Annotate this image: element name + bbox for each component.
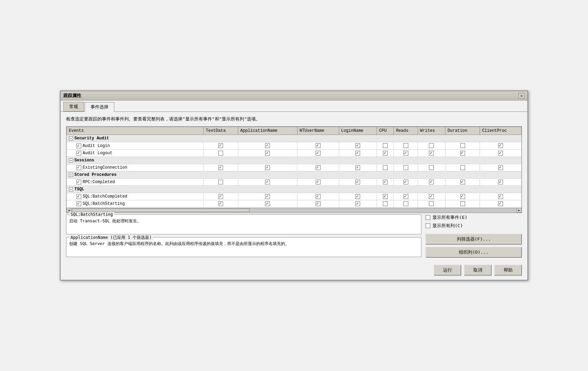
show-all-events-option[interactable]: 显示所有事件(E)	[426, 214, 522, 221]
col-checkbox[interactable]	[355, 194, 360, 199]
col-checkbox[interactable]	[383, 194, 388, 199]
col-checkbox[interactable]	[316, 151, 321, 156]
row-checkbox[interactable]	[76, 151, 81, 156]
col-events: Events	[67, 127, 204, 135]
col-checkbox[interactable]	[498, 180, 503, 184]
col-cell-applicationname	[238, 193, 297, 200]
col-checkbox[interactable]	[403, 201, 408, 206]
col-checkbox[interactable]	[403, 194, 408, 199]
col-checkbox[interactable]	[316, 165, 321, 170]
col-checkbox[interactable]	[218, 201, 223, 206]
col-checkbox[interactable]	[218, 151, 223, 156]
col-checkbox[interactable]	[383, 143, 388, 148]
col-checkbox[interactable]	[355, 201, 360, 206]
col-checkbox[interactable]	[355, 165, 360, 170]
col-checkbox[interactable]	[265, 201, 270, 206]
col-checkbox[interactable]	[265, 165, 270, 170]
col-checkbox[interactable]	[460, 201, 465, 206]
col-checkbox[interactable]	[429, 143, 434, 148]
col-cell-clientproc	[480, 193, 522, 200]
col-checkbox[interactable]	[403, 143, 408, 148]
col-checkbox[interactable]	[383, 165, 388, 170]
collapse-btn[interactable]: -	[69, 158, 73, 162]
col-checkbox[interactable]	[383, 201, 388, 206]
col-cell-cpu	[377, 179, 394, 186]
col-checkbox[interactable]	[460, 143, 465, 148]
col-checkbox[interactable]	[498, 201, 503, 206]
show-all-columns-option[interactable]: 显示所有列(C)	[426, 223, 522, 229]
col-checkbox[interactable]	[218, 194, 223, 199]
col-checkbox[interactable]	[429, 194, 434, 199]
run-button[interactable]: 运行	[434, 265, 461, 276]
col-checkbox[interactable]	[498, 165, 503, 170]
group-name: Stored Procedures	[74, 172, 116, 177]
col-checkbox[interactable]	[383, 151, 388, 156]
col-checkbox[interactable]	[429, 201, 434, 206]
help-button[interactable]: 帮助	[494, 265, 522, 276]
col-cell-clientproc	[480, 142, 522, 149]
col-checkbox[interactable]	[460, 194, 465, 199]
col-checkbox[interactable]	[265, 151, 270, 156]
col-cell-reads	[394, 193, 418, 200]
collapse-btn[interactable]: -	[69, 173, 73, 177]
show-all-columns-checkbox[interactable]	[426, 223, 430, 228]
col-checkbox[interactable]	[383, 180, 388, 184]
tab-events[interactable]: 事件选择	[85, 102, 114, 112]
col-checkbox[interactable]	[403, 165, 408, 170]
row-checkbox[interactable]	[76, 201, 81, 206]
col-checkbox[interactable]	[316, 180, 321, 184]
bottom-section: SQL:BatchStarting 启动 Transact-SQL 批处理时发生…	[66, 214, 522, 258]
col-cell-reads	[394, 200, 418, 208]
col-checkbox[interactable]	[429, 151, 434, 156]
col-checkbox[interactable]	[218, 180, 223, 184]
col-checkbox[interactable]	[218, 143, 223, 148]
filter-buttons: 列筛选器(F)... 组织列(O)...	[426, 234, 522, 258]
col-checkbox[interactable]	[265, 194, 270, 199]
scroll-right-btn[interactable]: ►	[517, 208, 522, 213]
horizontal-scrollbar[interactable]: ◄ ►	[66, 208, 522, 213]
col-checkbox[interactable]	[316, 143, 321, 148]
col-checkbox[interactable]	[265, 143, 270, 148]
col-cell-writes	[418, 193, 445, 200]
col-checkbox[interactable]	[498, 194, 503, 199]
col-checkbox[interactable]	[403, 151, 408, 156]
footer: 运行 取消 帮助	[61, 262, 527, 280]
scroll-track[interactable]	[72, 209, 516, 212]
col-reads: Reads	[394, 127, 418, 135]
col-checkbox[interactable]	[355, 151, 360, 156]
col-checkbox[interactable]	[429, 180, 434, 184]
col-cell-loginname	[339, 149, 377, 157]
col-checkbox[interactable]	[265, 180, 270, 184]
scroll-thumb[interactable]	[72, 209, 250, 212]
collapse-btn[interactable]: -	[69, 187, 73, 191]
col-cell-ntusername	[297, 200, 339, 208]
col-checkbox[interactable]	[355, 180, 360, 184]
row-checkbox[interactable]	[76, 194, 81, 199]
row-checkbox[interactable]	[76, 180, 81, 184]
row-checkbox[interactable]	[76, 144, 81, 148]
col-checkbox[interactable]	[316, 194, 321, 199]
col-cell-writes	[418, 164, 445, 171]
show-all-events-checkbox[interactable]	[426, 215, 430, 220]
col-checkbox[interactable]	[460, 180, 465, 184]
col-checkbox[interactable]	[498, 151, 503, 156]
col-cell-ntusername	[297, 142, 339, 149]
col-checkbox[interactable]	[403, 180, 408, 184]
col-checkbox[interactable]	[355, 143, 360, 148]
col-checkbox[interactable]	[460, 165, 465, 170]
cancel-button[interactable]: 取消	[464, 265, 492, 276]
row-checkbox[interactable]	[76, 165, 81, 170]
table-row: ExistingConnection	[67, 164, 522, 171]
close-button[interactable]: ✕	[518, 93, 525, 98]
organize-columns-button[interactable]: 组织列(O)...	[426, 247, 522, 258]
col-checkbox[interactable]	[218, 165, 223, 170]
collapse-btn[interactable]: -	[69, 136, 73, 140]
column-filter-button[interactable]: 列筛选器(F)...	[426, 234, 522, 245]
table-scroll-area[interactable]: Events TextData ApplicationName NTUserNa…	[66, 127, 522, 208]
col-checkbox[interactable]	[316, 201, 321, 206]
col-checkbox[interactable]	[429, 165, 434, 170]
col-checkbox[interactable]	[498, 143, 503, 148]
col-cell-writes	[418, 179, 445, 186]
col-checkbox[interactable]	[460, 151, 465, 156]
tab-general[interactable]: 常规	[63, 102, 84, 112]
